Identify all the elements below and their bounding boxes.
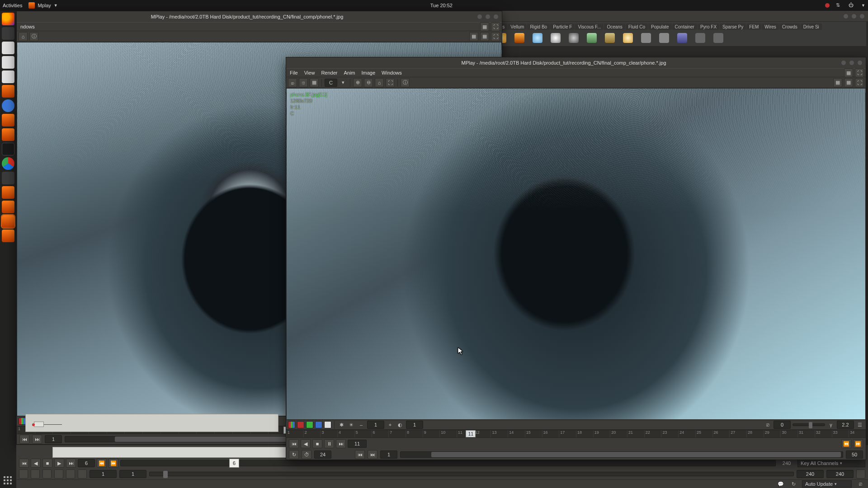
contrast-icon[interactable]: ◐: [396, 421, 404, 429]
maximize-viewport-button[interactable]: ⛶: [491, 22, 500, 31]
dock-app[interactable]: [2, 172, 14, 184]
step-forward-button[interactable]: ⏩: [853, 439, 863, 448]
dock-files[interactable]: [2, 27, 14, 40]
shelf-tool-icon[interactable]: [569, 33, 579, 43]
activities-button[interactable]: Activities: [3, 3, 22, 8]
shelf-tab[interactable]: Oceans: [604, 23, 625, 30]
minus-icon[interactable]: –: [357, 421, 365, 429]
menu-anim[interactable]: Anim: [344, 70, 355, 75]
range-start-field2[interactable]: 1: [119, 470, 146, 478]
menu-image[interactable]: Image: [362, 70, 376, 75]
viewport[interactable]: phone.$F.jpg[11] 1280x720 fr:11 C: [286, 88, 866, 420]
grid-button[interactable]: ▦: [844, 78, 853, 87]
dock-mplay[interactable]: [2, 215, 14, 228]
options-button[interactable]: [19, 469, 28, 479]
range-start-button[interactable]: ⏮: [355, 450, 365, 459]
menu-render[interactable]: Render: [321, 70, 337, 75]
network-node[interactable]: [34, 422, 44, 427]
range-start-field[interactable]: 1: [90, 470, 117, 478]
display-gamma-field[interactable]: 2.2: [837, 421, 854, 429]
stop-button[interactable]: ■: [42, 459, 52, 468]
shelf-tab[interactable]: Rigid Bo: [527, 23, 550, 30]
dock-firefox[interactable]: [2, 13, 14, 25]
window-controls[interactable]: [477, 14, 498, 19]
channel-rgb-button[interactable]: [288, 421, 295, 428]
color-correction-button[interactable]: ▦: [469, 32, 478, 41]
range-end-button[interactable]: ⏭: [368, 450, 377, 459]
options-button[interactable]: [66, 469, 75, 479]
lock-button[interactable]: [856, 469, 865, 479]
dock-houdini[interactable]: [2, 114, 14, 127]
channel-rgb-button[interactable]: [19, 418, 26, 425]
last-frame-button[interactable]: ⏭: [336, 439, 346, 448]
range-slider[interactable]: [400, 451, 843, 458]
channel-red-button[interactable]: [297, 421, 304, 428]
channel-blue-button[interactable]: [315, 421, 322, 428]
shelf-tool-icon[interactable]: [677, 33, 687, 43]
dock-chrome[interactable]: [2, 157, 14, 170]
shelf-tab[interactable]: Viscous F...: [575, 23, 604, 30]
gamma-toggle-icon[interactable]: γ: [827, 421, 835, 429]
shelf-tool-icon[interactable]: [641, 33, 651, 43]
first-frame-button[interactable]: ⏮: [19, 459, 29, 468]
chevron-down-icon[interactable]: ▼: [861, 3, 865, 8]
timeline-marker[interactable]: 6: [229, 459, 239, 468]
home-button[interactable]: ⌂: [19, 32, 28, 41]
shelf-tool-icon[interactable]: [623, 33, 633, 43]
clock[interactable]: Tue 20:52: [58, 3, 825, 8]
show-applications-button[interactable]: [4, 476, 13, 485]
shelf-tool-icon[interactable]: [533, 33, 542, 43]
fit-button[interactable]: ⛶: [386, 78, 395, 87]
dock-text-editor[interactable]: [2, 70, 14, 83]
shelf-tab[interactable]: Pyro FX: [698, 23, 719, 30]
network-icon[interactable]: ⇅: [836, 2, 842, 9]
update-mode-dropdown[interactable]: Auto Update: [802, 480, 852, 488]
home-button[interactable]: ⌂: [375, 78, 384, 87]
plus-icon[interactable]: +: [386, 421, 394, 429]
settings-icon[interactable]: ☰: [856, 421, 864, 429]
range-start-button[interactable]: ⏮: [19, 435, 29, 444]
range-end-field[interactable]: 240: [797, 470, 824, 478]
options-button[interactable]: [54, 469, 63, 479]
shelf-tool-icon[interactable]: [695, 33, 705, 43]
menu-file[interactable]: File: [290, 70, 298, 75]
options-button[interactable]: [78, 469, 87, 479]
info-button[interactable]: ⓘ: [401, 78, 410, 87]
sequence-button[interactable]: ⎄: [288, 78, 297, 87]
range-slider[interactable]: [149, 472, 794, 476]
fullscreen-button[interactable]: ⛶: [855, 78, 864, 87]
dock-app[interactable]: [2, 85, 14, 98]
channel-green-button[interactable]: [306, 421, 313, 428]
shelf-tool-icon[interactable]: [659, 33, 669, 43]
network-icon[interactable]: ⎚: [856, 480, 864, 488]
shelf-tab[interactable]: Drive Si: [801, 23, 822, 30]
fullscreen-button[interactable]: ⛶: [491, 32, 500, 41]
dock-help[interactable]: [2, 99, 14, 112]
power-icon[interactable]: ⏻: [849, 2, 855, 9]
first-frame-button[interactable]: ⏮: [289, 439, 299, 448]
timeline-slider[interactable]: 6: [120, 460, 776, 466]
lut-slider[interactable]: [793, 423, 825, 426]
stop-button[interactable]: ■: [312, 439, 322, 448]
dock-houdini[interactable]: [2, 186, 14, 199]
menu-view[interactable]: View: [304, 70, 315, 75]
step-back-button[interactable]: ⏪: [841, 439, 851, 448]
dock-houdini[interactable]: [2, 128, 14, 141]
current-frame-field[interactable]: 11: [348, 440, 367, 448]
zoom-button[interactable]: ⊖: [364, 78, 373, 87]
houdini-network-strip[interactable]: [25, 414, 278, 432]
gamma-field[interactable]: 1: [406, 421, 423, 429]
frame-ruler[interactable]: 1234567891011121314151617181920212223242…: [286, 430, 866, 438]
lut-field[interactable]: 0: [774, 421, 791, 429]
shelf-tab[interactable]: FEM: [746, 23, 761, 30]
sequence-button[interactable]: ▦: [310, 78, 319, 87]
key-channels-dropdown[interactable]: Key All Channels: [797, 459, 865, 467]
exposure-field[interactable]: 1: [367, 421, 384, 429]
window-controls[interactable]: [844, 14, 864, 19]
shelf-tab[interactable]: Wires: [762, 23, 779, 30]
layout-button[interactable]: ▦: [480, 22, 489, 31]
shelf-tool-icon[interactable]: [587, 33, 597, 43]
range-end-field2[interactable]: 240: [826, 470, 854, 478]
refresh-icon[interactable]: ↻: [789, 480, 797, 488]
play-button[interactable]: ▶: [54, 459, 64, 468]
